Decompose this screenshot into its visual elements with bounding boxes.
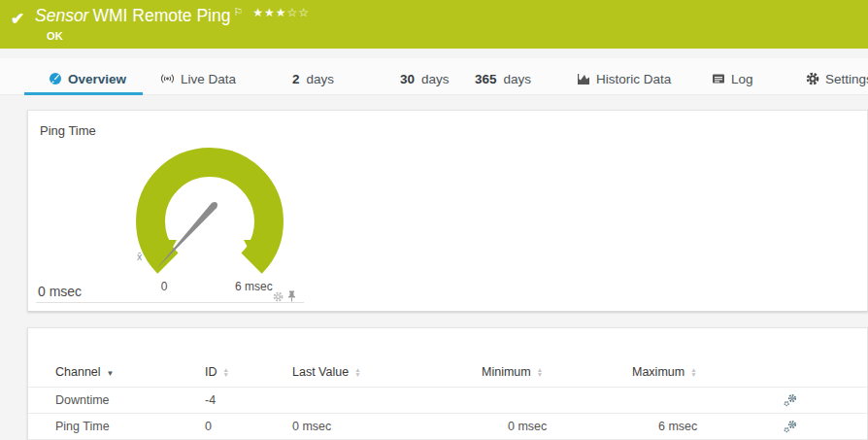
- tab-30-days[interactable]: 30 days: [400, 69, 450, 88]
- channel-table-panel: Channel ▼ ID ▲▼ Last Value ▲▼ Minimum ▲▼…: [27, 327, 868, 440]
- sort-desc-icon: ▼: [107, 369, 115, 378]
- sensor-title-line: SensorWMI Remote Ping⚐★★★☆☆: [35, 6, 310, 26]
- sensor-header: ✔ SensorWMI Remote Ping⚐★★★☆☆ OK: [0, 0, 868, 49]
- tab-label: Settings: [825, 72, 868, 86]
- stars-empty: ☆☆: [287, 6, 311, 19]
- column-label: Minimum: [482, 365, 531, 379]
- table-header-row: Channel ▼ ID ▲▼ Last Value ▲▼ Minimum ▲▼…: [28, 357, 867, 387]
- column-label: ID: [205, 365, 217, 379]
- cell-channel: Downtime: [55, 393, 205, 407]
- column-label: Last Value: [292, 365, 349, 379]
- gauge-toolbar: [273, 290, 296, 302]
- column-header-minimum[interactable]: Minimum ▲▼: [482, 365, 632, 379]
- channel-settings-cogs-icon[interactable]: [783, 420, 798, 433]
- column-header-last-value[interactable]: Last Value ▲▼: [292, 365, 482, 379]
- status-badge: OK: [47, 30, 63, 42]
- live-data-icon: [160, 73, 175, 85]
- cell-maximum: 6 msec: [632, 420, 783, 433]
- column-label: Maximum: [632, 365, 684, 379]
- gauge-panel: Ping Time x̄ 0 6 msec 0 msec: [27, 110, 868, 312]
- priority-stars[interactable]: ★★★☆☆: [252, 6, 310, 19]
- tab-label: Overview: [68, 72, 126, 86]
- tab-number: 30: [400, 72, 415, 86]
- channel-settings-cogs-icon[interactable]: [783, 393, 798, 407]
- tab-label: Historic Data: [596, 72, 671, 86]
- column-header-channel[interactable]: Channel ▼: [55, 365, 205, 379]
- column-label: Channel: [55, 365, 101, 379]
- tab-overview[interactable]: Overview: [49, 69, 126, 88]
- column-header-id[interactable]: ID ▲▼: [205, 365, 292, 379]
- flag-icon[interactable]: ⚐: [233, 6, 243, 17]
- gear-icon: [806, 72, 819, 85]
- tab-live-data[interactable]: Live Data: [160, 69, 236, 88]
- tab-2-days[interactable]: 2 days: [292, 69, 334, 88]
- tab-365-days[interactable]: 365 days: [475, 69, 531, 88]
- cell-id: 0: [205, 420, 292, 433]
- status-ok-check-icon: ✔: [11, 9, 24, 29]
- tab-settings[interactable]: Settings: [806, 69, 868, 88]
- gauge-title: Ping Time: [40, 123, 96, 138]
- column-header-maximum[interactable]: Maximum ▲▼: [632, 365, 783, 379]
- tab-number: 2: [292, 72, 300, 86]
- tab-label: days: [504, 72, 532, 86]
- sort-both-icon: ▲▼: [223, 367, 229, 377]
- tab-log[interactable]: Log: [712, 69, 753, 88]
- cell-last-value: 0 msec: [292, 420, 482, 433]
- gauge-average-marker: x̄: [137, 251, 142, 262]
- pin-icon[interactable]: [287, 290, 296, 302]
- sensor-kind-label: Sensor: [35, 6, 88, 25]
- cell-minimum: 0 msec: [482, 420, 632, 433]
- cell-channel: Ping Time: [55, 420, 205, 433]
- gauge-current-value: 0 msec: [38, 284, 82, 299]
- tab-label: days: [307, 72, 335, 86]
- tab-number: 365: [475, 72, 497, 86]
- sort-both-icon: ▲▼: [690, 367, 696, 377]
- tab-label: days: [421, 72, 450, 86]
- cell-id: -4: [205, 393, 292, 407]
- gauge-scale-min: 0: [154, 280, 174, 293]
- gear-icon[interactable]: [273, 291, 284, 302]
- prtg-sensor-page: ✔ SensorWMI Remote Ping⚐★★★☆☆ OK Overvie…: [0, 0, 868, 440]
- gauge-icon: [49, 72, 62, 85]
- area-chart-icon: [577, 73, 590, 85]
- stars-filled: ★★★: [252, 6, 286, 19]
- tab-historic-data[interactable]: Historic Data: [577, 69, 671, 88]
- sort-both-icon: ▲▼: [354, 367, 360, 377]
- table-row-downtime: Downtime -4: [28, 387, 867, 413]
- tab-bar: Overview Live Data 2 days 30 days 365 da…: [0, 58, 868, 95]
- log-icon: [712, 73, 725, 85]
- sensor-title: WMI Remote Ping: [92, 6, 230, 25]
- tab-label: Live Data: [181, 72, 236, 86]
- gauge-baseline: [36, 302, 304, 303]
- table-row-ping-time: Ping Time 0 0 msec 0 msec 6 msec: [28, 413, 867, 439]
- active-tab-underline: [24, 92, 143, 95]
- sort-both-icon: ▲▼: [537, 367, 543, 377]
- tab-label: Log: [731, 72, 753, 86]
